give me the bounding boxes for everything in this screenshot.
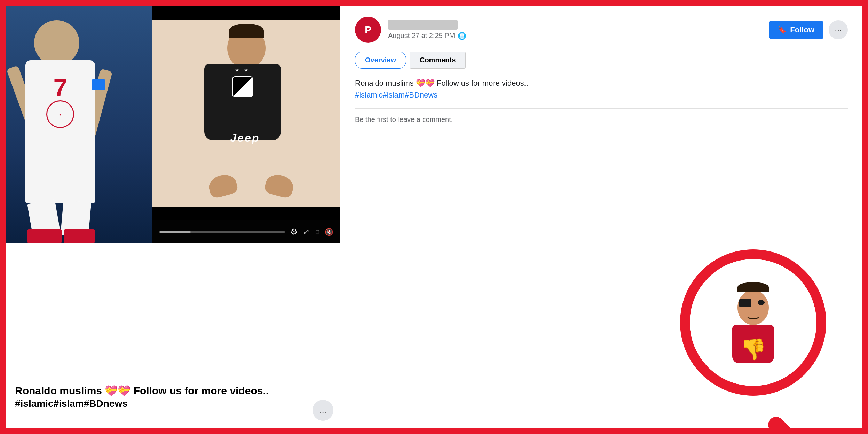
page-name-redacted	[388, 20, 458, 30]
follow-button-label: Follow	[790, 25, 814, 34]
post-meta: August 27 at 2:25 PM 🌐	[388, 20, 769, 40]
divider	[355, 108, 848, 109]
fullscreen-icon[interactable]: ⤢	[303, 227, 309, 237]
header-more-options[interactable]: ···	[829, 20, 848, 39]
ronaldo-running-image: 7 ●	[6, 6, 156, 243]
follow-button[interactable]: 🔖 Follow	[769, 21, 823, 39]
first-comment-prompt: Be the first to leave a comment.	[355, 116, 848, 124]
more-options-button[interactable]: ...	[313, 400, 333, 421]
post-header: P August 27 at 2:25 PM 🌐 🔖 Follow ···	[355, 17, 848, 43]
right-panel: P August 27 at 2:25 PM 🌐 🔖 Follow ··· Ov…	[341, 6, 862, 428]
copy-icon[interactable]: ⧉	[315, 228, 319, 236]
timestamp-text: August 27 at 2:25 PM	[388, 32, 455, 40]
volume-icon[interactable]: 🔇	[325, 228, 333, 236]
caption-main-text: Ronaldo muslims 💝💝 Follow us for more vi…	[15, 383, 332, 398]
settings-icon[interactable]: ⚙	[290, 227, 298, 237]
avatar: P	[355, 17, 381, 43]
post-content: Ronaldo muslims 💝💝 Follow us for more vi…	[355, 77, 848, 100]
post-text: Ronaldo muslims 💝💝 Follow us for more vi…	[355, 77, 848, 89]
progress-bar[interactable]	[159, 231, 285, 233]
tabs: Overview Comments	[355, 52, 848, 69]
post-hashtags: #islamic#islam#BDnews	[355, 91, 848, 100]
caption-hashtags: #islamic#islam#BDnews	[15, 398, 332, 409]
post-caption: Ronaldo muslims 💝💝 Follow us for more vi…	[6, 365, 340, 428]
video-controls[interactable]: ⚙ ⤢ ⧉ 🔇	[152, 220, 340, 243]
left-panel: 7 ●	[6, 6, 340, 428]
image-area: 7 ●	[6, 6, 340, 243]
tab-comments[interactable]: Comments	[410, 52, 466, 69]
globe-icon: 🌐	[458, 32, 466, 40]
post-timestamp: August 27 at 2:25 PM 🌐	[388, 32, 769, 40]
video-panel: ★ ★ Jeep ⚙ ⤢ ⧉ 🔇	[152, 6, 340, 243]
tab-overview[interactable]: Overview	[355, 52, 406, 69]
